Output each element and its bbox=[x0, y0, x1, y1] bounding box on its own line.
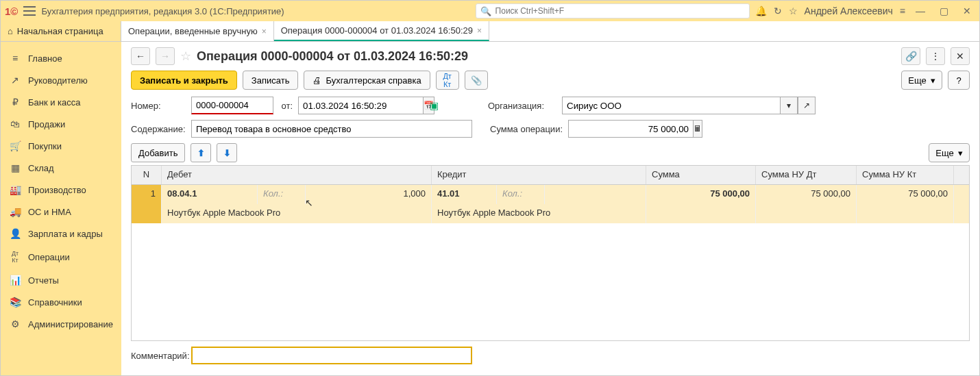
sum-field[interactable]: 🖩 bbox=[568, 120, 678, 138]
sidebar-item-main[interactable]: ≡Главное bbox=[1, 47, 121, 69]
credit-qty[interactable] bbox=[545, 185, 646, 204]
save-close-button[interactable]: Записать и закрыть bbox=[131, 71, 237, 90]
menu-icon[interactable] bbox=[23, 6, 36, 16]
sidebar-item-manager[interactable]: ↗Руководителю bbox=[1, 69, 121, 91]
dropdown-icon[interactable]: ▾ bbox=[780, 97, 798, 114]
col-n[interactable]: N bbox=[132, 166, 162, 184]
bag-icon: 🛍 bbox=[9, 118, 21, 129]
col-nu-dt[interactable]: Сумма НУ Дт bbox=[756, 166, 857, 184]
tab-label: Операция 0000-000004 от 01.03.2024 16:50… bbox=[281, 25, 473, 36]
main-content: ← → ☆ Операция 0000-000004 от 01.03.2024… bbox=[121, 42, 979, 375]
debit-qty[interactable]: 1,000 bbox=[306, 185, 432, 204]
save-button[interactable]: Записать bbox=[243, 71, 299, 90]
nav-back-button[interactable]: ← bbox=[131, 47, 150, 65]
nu-dt-pad bbox=[756, 204, 857, 223]
comment-input[interactable] bbox=[191, 347, 472, 364]
sum-pad bbox=[646, 204, 756, 223]
nu-dt-value[interactable]: 75 000,00 bbox=[756, 185, 857, 204]
debit-item[interactable]: Ноутбук Apple Macbook Pro bbox=[162, 204, 432, 223]
calculator-icon[interactable]: 🖩 bbox=[693, 120, 702, 138]
table-body: 1 08.04.1 Кол.: 1,000 41.01 Кол.: 75 000… bbox=[132, 185, 969, 340]
sidebar-item-reports[interactable]: 📊Отчеты bbox=[1, 269, 121, 291]
col-debit[interactable]: Дебет bbox=[162, 166, 432, 184]
sum-value[interactable]: 75 000,00 bbox=[646, 185, 756, 204]
sidebar-item-payroll[interactable]: 👤Зарплата и кадры bbox=[1, 223, 121, 245]
username[interactable]: Андрей Алексеевич bbox=[805, 5, 893, 16]
dtkt-button[interactable]: ДтКт bbox=[436, 71, 459, 90]
tab-close-icon[interactable]: × bbox=[477, 26, 482, 36]
tab-current-operation[interactable]: Операция 0000-000004 от 01.03.2024 16:50… bbox=[274, 21, 489, 41]
content-input[interactable] bbox=[191, 120, 472, 138]
sidebar-item-admin[interactable]: ⚙Администрирование bbox=[1, 313, 121, 335]
chart-icon: ↗ bbox=[9, 75, 21, 86]
home-tab[interactable]: ⌂ Начальная страница bbox=[1, 21, 121, 41]
col-nu-kt[interactable]: Сумма НУ Кт bbox=[857, 166, 954, 184]
link-icon[interactable]: 🔗 bbox=[901, 47, 920, 65]
cart-icon: 🛒 bbox=[9, 140, 21, 151]
org-field[interactable]: ▾ ↗ bbox=[562, 97, 816, 114]
list-icon: ≡ bbox=[9, 53, 21, 64]
open-icon[interactable]: ↗ bbox=[798, 97, 816, 114]
print-button[interactable]: 🖨 Бухгалтерская справка bbox=[304, 71, 430, 90]
add-row-button[interactable]: Добавить bbox=[131, 143, 185, 162]
maximize-button[interactable]: ▢ bbox=[935, 3, 952, 19]
sidebar-item-label: Отчеты bbox=[28, 275, 59, 286]
sidebar-item-label: Склад bbox=[28, 163, 54, 173]
date-field[interactable]: 📅 bbox=[298, 97, 421, 114]
attach-button[interactable]: 📎 bbox=[465, 71, 488, 90]
col-credit[interactable]: Кредит bbox=[432, 166, 646, 184]
sidebar-item-production[interactable]: 🏭Производство bbox=[1, 179, 121, 201]
history-icon[interactable]: ↻ bbox=[774, 5, 782, 16]
barchart-icon: 📊 bbox=[9, 275, 21, 286]
tab-label: Операции, введенные вручную bbox=[128, 26, 258, 36]
nu-kt-pad bbox=[857, 204, 954, 223]
sidebar-item-references[interactable]: 📚Справочники bbox=[1, 291, 121, 313]
nu-kt-value[interactable]: 75 000,00 bbox=[857, 185, 954, 204]
more-button[interactable]: Еще ▾ bbox=[901, 71, 942, 90]
org-input[interactable] bbox=[562, 97, 780, 114]
credit-item[interactable]: Ноутбук Apple Macbook Pro bbox=[432, 204, 646, 223]
debit-account[interactable]: 08.04.1 bbox=[162, 185, 258, 204]
sidebar-item-label: Операции bbox=[28, 252, 70, 262]
table-more-button[interactable]: Еще ▾ bbox=[929, 143, 970, 162]
move-down-button[interactable]: ⬇ bbox=[217, 143, 237, 162]
sidebar-item-sales[interactable]: 🛍Продажи bbox=[1, 113, 121, 135]
minimize-button[interactable]: — bbox=[912, 3, 929, 19]
sidebar-item-warehouse[interactable]: ▦Склад bbox=[1, 157, 121, 179]
entries-table: N Дебет Кредит Сумма Сумма НУ Дт Сумма Н… bbox=[131, 165, 970, 341]
sum-input[interactable] bbox=[568, 120, 693, 138]
top-icons: 🔔 ↻ ☆ Андрей Алексеевич ≡ — ▢ ✕ bbox=[755, 3, 975, 19]
star-icon[interactable]: ☆ bbox=[789, 5, 798, 16]
dt-mode-icon[interactable]: ▣ bbox=[430, 100, 439, 111]
favorite-star-icon[interactable]: ☆ bbox=[180, 49, 191, 64]
sidebar-item-label: Продажи bbox=[28, 119, 65, 129]
sidebar-item-bank[interactable]: ₽Банк и касса bbox=[1, 91, 121, 113]
kebab-icon[interactable]: ⋮ bbox=[926, 47, 945, 65]
sidebar-item-assets[interactable]: 🚚ОС и НМА bbox=[1, 201, 121, 223]
number-input[interactable] bbox=[191, 97, 273, 114]
document-title: Операция 0000-000004 от 01.03.2024 16:50… bbox=[197, 49, 468, 64]
truck-icon: 🚚 bbox=[9, 206, 21, 217]
factory-icon: 🏭 bbox=[9, 184, 21, 195]
search-input[interactable] bbox=[495, 6, 745, 16]
close-button[interactable]: ✕ bbox=[959, 3, 975, 19]
app-title: Бухгалтерия предприятия, редакция 3.0 (1… bbox=[41, 6, 469, 16]
table-row[interactable]: 1 08.04.1 Кол.: 1,000 41.01 Кол.: 75 000… bbox=[132, 185, 969, 223]
sidebar-item-purchases[interactable]: 🛒Покупки bbox=[1, 135, 121, 157]
row-number-pad bbox=[132, 204, 162, 223]
move-up-button[interactable]: ⬆ bbox=[191, 143, 211, 162]
paperclip-icon: 📎 bbox=[471, 75, 482, 86]
help-button[interactable]: ? bbox=[948, 71, 970, 90]
date-input[interactable] bbox=[298, 97, 423, 114]
search-box[interactable]: 🔍 bbox=[476, 3, 750, 18]
close-panel-button[interactable]: ✕ bbox=[951, 47, 970, 65]
tab-close-icon[interactable]: × bbox=[262, 27, 267, 36]
tab-operations-manual[interactable]: Операции, введенные вручную × bbox=[121, 21, 274, 41]
col-sum[interactable]: Сумма bbox=[646, 166, 756, 184]
credit-account[interactable]: 41.01 bbox=[432, 185, 497, 204]
sidebar-item-operations[interactable]: Дт КтОперации bbox=[1, 245, 121, 269]
bell-icon[interactable]: 🔔 bbox=[755, 5, 767, 16]
settings-icon[interactable]: ≡ bbox=[900, 5, 905, 16]
nav-forward-button[interactable]: → bbox=[156, 47, 175, 65]
titlebar: 1© Бухгалтерия предприятия, редакция 3.0… bbox=[1, 1, 979, 21]
